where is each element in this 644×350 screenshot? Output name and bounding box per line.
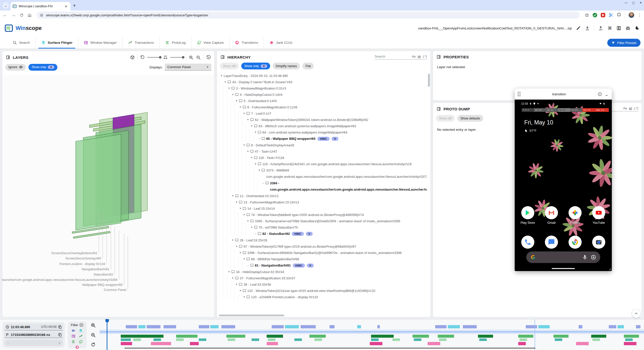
trace-segment[interactable] (309, 335, 326, 338)
tree-node[interactable]: ▼6 - FullscreenMagnification:0:12#6 (218, 104, 427, 110)
regex-toggle[interactable]: (.*) (423, 55, 427, 58)
url-bar[interactable]: winscope.teams.x20web.corp.google.com/pr… (37, 12, 580, 19)
trace-toggle-list[interactable] (71, 340, 75, 344)
tree-node[interactable]: ●65 - Wallpaper BBQ wrapper#65HWCV (218, 136, 427, 142)
simplify-names-button[interactable]: Simplify names (273, 63, 300, 69)
trace-segment[interactable] (221, 325, 235, 328)
tree-node[interactable]: ▼67 - WindowToken{e5176f9 type=2019 andr… (218, 243, 427, 250)
reset-view-icon[interactable] (206, 55, 211, 60)
tab-view-capture[interactable]: View Capture (191, 37, 229, 49)
tree-node[interactable]: ▼3373 - 6989b49 com.google.android.apps.… (218, 167, 427, 180)
trace-segment[interactable] (199, 338, 206, 341)
minimize-icon[interactable] (605, 92, 609, 96)
expand-arrow-icon[interactable]: ▼ (238, 104, 243, 110)
trace-toggle-trans[interactable] (75, 345, 79, 349)
tree-node[interactable]: ▼3395 - Surface(name=ed70f88 StatusBar)/… (218, 218, 427, 224)
human-time-field[interactable]: 11:03:48.890 UTC+00:00 (5, 324, 63, 330)
timeline-playhead[interactable] (107, 323, 107, 350)
trace-segment[interactable] (526, 325, 537, 328)
extension-play-icon[interactable] (601, 13, 605, 17)
vertical-scrollbar[interactable] (428, 74, 430, 87)
expand-timeline-button[interactable] (632, 309, 640, 318)
tab-transitions[interactable]: Transitions (229, 37, 264, 49)
trace-segment[interactable] (285, 325, 299, 328)
window-close-button[interactable]: ✕ (639, 1, 642, 5)
app-icon-gmail[interactable]: Gmail (542, 206, 561, 225)
tree-node[interactable]: ▼64 - com.android.systemui.wallpapers.Im… (218, 129, 427, 136)
tree-node[interactable]: ▼62 - WallpaperWindowToken{28892d1 token… (218, 117, 427, 123)
tree-node[interactable]: ▼12 - OneHanded:15:15#12 (218, 193, 427, 199)
tab-transactions[interactable]: Transactions (122, 37, 159, 49)
match-case-toggle[interactable]: Aa (412, 55, 416, 58)
trace-segment[interactable] (479, 338, 487, 341)
cmd-icon[interactable]: ⌘ (607, 26, 612, 31)
transition-screenshot-window[interactable]: transition 11:03 P: 0 / 1dX: 0.0dY: 0.0X… (515, 89, 612, 271)
extension-check-icon[interactable] (593, 13, 597, 17)
collapse-panel-icon[interactable] (436, 107, 441, 111)
back-button[interactable]: ← (3, 13, 8, 17)
tab-window-manager[interactable]: Window Manager (78, 37, 122, 49)
trace-segment[interactable] (463, 325, 477, 328)
trace-segment[interactable] (357, 325, 361, 328)
tree-node[interactable]: ▼3 - WindowedMagnification:0:31#3 (218, 85, 427, 92)
tree-node[interactable]: ▼8 - DefaultTaskDisplayArea#8 (218, 142, 427, 148)
timeline-tracks[interactable] (100, 320, 644, 350)
expand-arrow-icon[interactable]: ▼ (223, 79, 227, 85)
extensions-puzzle-icon[interactable] (617, 13, 621, 17)
expand-arrow-icon[interactable]: ▼ (231, 92, 235, 98)
match-case-toggle[interactable]: Aa (623, 107, 627, 110)
new-tab-button[interactable]: + (73, 3, 76, 9)
trace-segment[interactable] (121, 335, 164, 338)
expand-arrow-icon[interactable]: ▼ (246, 218, 250, 224)
show-defaults-button[interactable]: Show defaults (457, 115, 483, 122)
secondary-cursor[interactable] (535, 320, 535, 350)
tree-node[interactable]: ▼3396 - Surface(name=885b63e NavigationB… (218, 250, 427, 256)
zoom-in-icon[interactable] (189, 55, 193, 60)
expand-arrow-icon[interactable]: ▼ (227, 269, 231, 275)
trace-toggle-chart[interactable] (79, 334, 83, 338)
trace-segment[interactable] (618, 325, 624, 328)
regex-toggle[interactable]: (.*) (634, 107, 638, 110)
trace-segment[interactable] (268, 338, 275, 341)
expand-arrow-icon[interactable]: ▼ (253, 161, 258, 167)
tree-node[interactable]: ▼14 - Leaf:15:15#14 (218, 205, 427, 212)
tree-node[interactable]: ▼119 - ActivityRecord{24e5341 u0 com.goo… (218, 161, 427, 167)
show-only-visible-chip[interactable]: Show only V (28, 64, 57, 71)
app-icon-phone[interactable] (518, 236, 537, 249)
tree-node[interactable]: ●3394 - com.google.android.apps.nexuslau… (218, 180, 427, 193)
pencil-icon[interactable] (576, 26, 581, 31)
zoom-range-indicator[interactable] (125, 348, 535, 348)
trace-segment[interactable] (228, 338, 235, 341)
expand-arrow-icon[interactable]: ▼ (231, 275, 235, 281)
copy-icon[interactable] (58, 325, 62, 329)
tree-node[interactable]: ▼74 - WindowToken{fdddbe6 type=2000 andr… (218, 212, 427, 218)
tree-node[interactable]: ▼LayerTraceEntry - 2024-05-10, 11:03:48.… (218, 73, 427, 79)
trace-segment[interactable] (519, 338, 527, 341)
trace-segment[interactable] (624, 335, 639, 338)
expand-arrow-icon[interactable]: ▼ (246, 117, 250, 123)
match-word-toggle[interactable]: ab (418, 55, 421, 58)
trace-segment[interactable] (267, 342, 278, 345)
info-icon[interactable] (598, 92, 602, 96)
expand-arrow-icon[interactable]: ▼ (250, 123, 254, 129)
window-maximize-button[interactable]: ▢ (632, 1, 635, 5)
trace-segment[interactable] (301, 325, 316, 328)
playhead-handle[interactable] (105, 319, 109, 323)
collapse-panel-icon[interactable] (436, 55, 441, 59)
trace-segment[interactable] (371, 338, 379, 341)
timeline-reset-zoom-icon[interactable] (91, 342, 96, 347)
trace-segment[interactable] (176, 335, 197, 338)
trace-segment[interactable] (591, 335, 606, 338)
previous-entry-button[interactable]: ‹ (8, 341, 9, 345)
bug-icon[interactable] (625, 26, 630, 31)
bookmark-star-icon[interactable] (585, 13, 589, 17)
trace-segment[interactable] (414, 338, 421, 341)
expand-arrow-icon[interactable]: ▼ (219, 73, 224, 79)
trace-segment[interactable] (478, 335, 493, 338)
trace-segment[interactable] (252, 338, 259, 341)
window-title-bar[interactable]: transition (515, 89, 612, 100)
displays-dropdown[interactable]: Common Panel▼ (165, 64, 211, 71)
trace-segment[interactable] (121, 338, 131, 341)
expand-arrow-icon[interactable]: ▼ (242, 142, 246, 148)
rotation-slider[interactable] (147, 57, 160, 58)
